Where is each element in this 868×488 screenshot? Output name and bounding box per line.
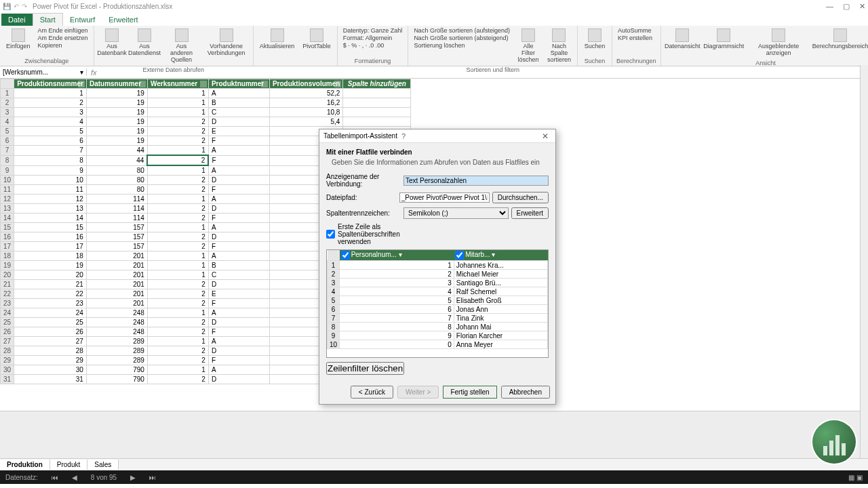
first-row-headers-checkbox[interactable] bbox=[326, 230, 335, 239]
cell[interactable]: C bbox=[208, 270, 269, 280]
diagram-view-button[interactable]: Diagrammsicht bbox=[704, 27, 743, 52]
table-row[interactable]: 44192D5,4 bbox=[1, 117, 411, 127]
autosum-button[interactable]: AutoSumme bbox=[616, 27, 656, 34]
cell[interactable]: 248 bbox=[86, 327, 147, 337]
number-format-buttons[interactable]: $ · % · , · .0 .00 bbox=[342, 42, 404, 49]
cell[interactable]: 248 bbox=[86, 318, 147, 327]
existing-conn-button[interactable]: Vorhandene Verbindungen bbox=[204, 27, 249, 58]
cell[interactable]: 2 bbox=[147, 318, 208, 327]
preview-row[interactable]: 100Anna Meyer bbox=[328, 340, 548, 349]
cell[interactable]: 2 bbox=[147, 214, 208, 223]
cell[interactable]: A bbox=[208, 165, 269, 176]
cell[interactable]: A bbox=[208, 89, 269, 98]
cell[interactable]: D bbox=[208, 204, 269, 214]
cell[interactable]: F bbox=[208, 214, 269, 223]
cell[interactable]: 790 bbox=[86, 365, 147, 375]
preview-row[interactable]: 99Florian Karcher bbox=[328, 331, 548, 340]
preview-row[interactable]: 55Elisabeth Groß bbox=[328, 296, 548, 305]
cell[interactable]: 10,8 bbox=[269, 108, 342, 117]
cell[interactable]: A bbox=[208, 308, 269, 318]
paste-replace[interactable]: Am Ende ersetzen bbox=[37, 35, 90, 41]
cell[interactable]: 2 bbox=[147, 117, 208, 127]
cell[interactable]: 15 bbox=[14, 223, 87, 232]
cell[interactable]: 1 bbox=[147, 98, 208, 108]
cell[interactable]: 114 bbox=[86, 195, 147, 204]
preview-row[interactable]: 66Jonas Ann bbox=[328, 305, 548, 314]
cell[interactable]: 1 bbox=[147, 146, 208, 156]
column-include-checkbox[interactable] bbox=[455, 251, 464, 260]
cell[interactable]: A bbox=[208, 337, 269, 346]
cell[interactable]: 2 bbox=[147, 155, 208, 165]
cell[interactable]: 8 bbox=[14, 155, 87, 165]
cell[interactable]: 23 bbox=[14, 299, 87, 308]
from-dataservice-button[interactable]: Aus Datendienst bbox=[130, 27, 159, 58]
cell[interactable]: 790 bbox=[86, 375, 147, 384]
cancel-button[interactable]: Abbrechen bbox=[501, 386, 550, 399]
cell[interactable]: 1 bbox=[147, 108, 208, 117]
minimize-icon[interactable]: — bbox=[826, 2, 833, 11]
cell[interactable]: F bbox=[208, 356, 269, 365]
cell[interactable]: 31 bbox=[14, 375, 87, 384]
cell[interactable]: F bbox=[208, 299, 269, 308]
preview-column-header[interactable]: Personalnum... ▾ bbox=[340, 250, 454, 261]
add-column[interactable]: Spalte hinzufügen bbox=[343, 79, 411, 89]
fx-icon[interactable]: fx bbox=[87, 68, 101, 77]
preview-row[interactable]: 77Tina Zink bbox=[328, 314, 548, 323]
browse-button[interactable]: Durchsuchen... bbox=[492, 192, 549, 203]
record-nav-last[interactable]: ⏭ bbox=[149, 474, 156, 481]
cell[interactable]: E bbox=[208, 289, 269, 299]
tab-advanced[interactable]: Erweitert bbox=[102, 14, 144, 26]
cell[interactable]: 2 bbox=[147, 232, 208, 242]
cell[interactable]: 289 bbox=[86, 337, 147, 346]
cell[interactable]: 2 bbox=[147, 176, 208, 185]
cell[interactable]: 9 bbox=[14, 165, 87, 176]
cell[interactable]: F bbox=[208, 242, 269, 251]
sheet-tab-produktion[interactable]: Produktion bbox=[0, 460, 50, 470]
finish-button[interactable]: Fertig stellen bbox=[443, 386, 496, 399]
cell[interactable]: D bbox=[208, 346, 269, 356]
cell[interactable]: 2 bbox=[147, 375, 208, 384]
paste-append[interactable]: Am Ende einfügen bbox=[37, 27, 90, 34]
cell[interactable]: A bbox=[208, 223, 269, 232]
pivottable-button[interactable]: PivotTable bbox=[300, 27, 333, 52]
cell[interactable]: 19 bbox=[86, 89, 147, 98]
cell[interactable]: 16,2 bbox=[269, 98, 342, 108]
cell[interactable]: D bbox=[208, 375, 269, 384]
preview-row[interactable]: 11Johannes Kra... bbox=[328, 261, 548, 270]
sort-by-column-button[interactable]: Nach Spalte sortieren bbox=[545, 27, 573, 65]
cell[interactable]: A bbox=[208, 365, 269, 375]
tab-file[interactable]: Datei bbox=[1, 14, 33, 26]
cell[interactable]: 20 bbox=[14, 270, 87, 280]
cell[interactable]: 44 bbox=[86, 155, 147, 165]
record-nav-prev[interactable]: ◀ bbox=[72, 474, 77, 481]
filter-dropdown-icon[interactable] bbox=[261, 81, 268, 87]
dialog-close-icon[interactable]: ✕ bbox=[539, 131, 551, 141]
cell[interactable]: 6 bbox=[14, 136, 87, 146]
cell[interactable]: 1 bbox=[147, 365, 208, 375]
cell[interactable]: 19 bbox=[86, 136, 147, 146]
cell[interactable]: 19 bbox=[86, 117, 147, 127]
cell[interactable]: 13 bbox=[14, 204, 87, 214]
cell[interactable]: D bbox=[208, 176, 269, 185]
cell[interactable]: 19 bbox=[14, 261, 87, 270]
cell[interactable]: 1 bbox=[147, 308, 208, 318]
copy-button[interactable]: Kopieren bbox=[37, 42, 90, 49]
cell[interactable]: 44 bbox=[86, 146, 147, 156]
table-row[interactable]: 33191C10,8 bbox=[1, 108, 411, 117]
cell[interactable]: 289 bbox=[86, 356, 147, 365]
cell[interactable]: C bbox=[208, 108, 269, 117]
cell[interactable]: 2 bbox=[14, 98, 87, 108]
from-other-button[interactable]: Aus anderen Quellen bbox=[163, 27, 200, 65]
cell[interactable]: 5 bbox=[14, 127, 87, 136]
cell[interactable]: 157 bbox=[86, 242, 147, 251]
cell[interactable]: 2 bbox=[147, 356, 208, 365]
chevron-down-icon[interactable]: ▾ bbox=[80, 68, 83, 76]
cell[interactable]: 27 bbox=[14, 337, 87, 346]
table-row[interactable]: 11191A52,2 bbox=[1, 89, 411, 98]
cell[interactable]: 52,2 bbox=[269, 89, 342, 98]
cell[interactable]: 19 bbox=[86, 108, 147, 117]
cell[interactable]: 1 bbox=[147, 223, 208, 232]
cell[interactable]: 2 bbox=[147, 327, 208, 337]
cell[interactable]: F bbox=[208, 185, 269, 195]
cell[interactable]: 80 bbox=[86, 185, 147, 195]
